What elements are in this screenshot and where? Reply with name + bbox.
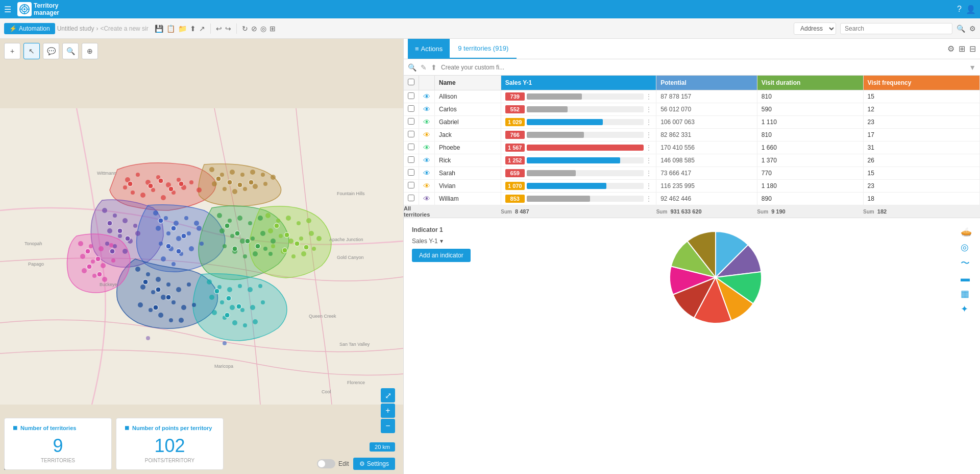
eye-icon-2[interactable]: 👁 xyxy=(423,118,430,126)
folder-icon[interactable]: 📁 xyxy=(178,25,187,33)
eye-icon-8[interactable]: 👁 xyxy=(423,195,430,203)
svg-point-71 xyxy=(140,285,145,290)
eye-icon-6[interactable]: 👁 xyxy=(423,169,430,177)
svg-point-153 xyxy=(109,243,113,247)
save-icon[interactable]: 💾 xyxy=(155,25,163,33)
row-check-7[interactable] xyxy=(408,182,414,188)
row-check-4[interactable] xyxy=(408,144,414,150)
hamburger-menu[interactable]: ☰ xyxy=(4,5,11,14)
main-content: + ↖ 💬 🔍 ⊕ xyxy=(0,39,980,474)
row-eye-5[interactable]: 👁 xyxy=(419,154,435,167)
comment-tool-button[interactable]: 💬 xyxy=(43,43,59,59)
row-check-2[interactable] xyxy=(408,118,414,125)
footer-visit-freq: Sum 182 xyxy=(863,205,979,218)
eye-icon-3[interactable]: 👁 xyxy=(423,131,430,139)
user-icon[interactable]: 👤 xyxy=(966,5,976,14)
svg-text:Queen Creek: Queen Creek xyxy=(309,314,336,319)
svg-point-33 xyxy=(118,234,122,238)
bar-actions-1[interactable]: ⋮ xyxy=(646,106,652,113)
filter-dropdown-icon[interactable]: ▼ xyxy=(969,63,976,72)
row-visit-freq-6: 15 xyxy=(863,167,979,180)
redo-icon[interactable]: ↪ xyxy=(225,25,231,33)
row-eye-2[interactable]: 👁 xyxy=(419,116,435,129)
export-icon[interactable]: ↗ xyxy=(199,25,205,33)
grid-icon[interactable]: ⊞ xyxy=(270,25,276,33)
actions-button[interactable]: ≡ Actions xyxy=(408,39,450,59)
star-chart-icon[interactable]: ✦ xyxy=(961,303,972,315)
territories-tab[interactable]: 9 territories (919) xyxy=(450,39,517,59)
panel-grid-icon[interactable]: ⊞ xyxy=(959,44,965,54)
bar-chart-icon[interactable]: ▦ xyxy=(961,288,972,299)
zoom-out-button[interactable]: − xyxy=(381,419,395,433)
settings-button[interactable]: ⚙ Settings xyxy=(353,458,395,470)
address-dropdown[interactable]: Address xyxy=(794,22,836,35)
row-eye-1[interactable]: 👁 xyxy=(419,103,435,116)
donut-chart-icon[interactable]: ◎ xyxy=(961,242,972,253)
row-eye-7[interactable]: 👁 xyxy=(419,180,435,193)
simulation-name[interactable]: <Create a new sir xyxy=(100,25,148,32)
bar-actions-2[interactable]: ⋮ xyxy=(646,118,652,126)
bar-actions-3[interactable]: ⋮ xyxy=(646,131,652,138)
row-eye-0[interactable]: 👁 xyxy=(419,90,435,103)
eye-icon-1[interactable]: 👁 xyxy=(423,105,430,113)
eye-icon-4[interactable]: 👁 xyxy=(423,144,430,152)
panel-columns-icon[interactable]: ⊟ xyxy=(969,44,976,54)
help-icon[interactable]: ? xyxy=(957,5,962,14)
bar-actions-5[interactable]: ⋮ xyxy=(646,157,652,164)
pie-chart-icon[interactable]: 🥧 xyxy=(961,226,972,238)
layers-tool-button[interactable]: ⊕ xyxy=(82,43,98,59)
zoom-in-button[interactable]: + xyxy=(381,404,395,418)
zoom-tool-button[interactable]: 🔍 xyxy=(62,43,79,59)
row-check-8[interactable] xyxy=(408,195,414,201)
toolbar-settings-icon[interactable]: ⚙ xyxy=(969,25,976,33)
panel-settings-icon[interactable]: ⚙ xyxy=(947,44,954,54)
svg-point-29 xyxy=(113,214,117,218)
undo-icon[interactable]: ↩ xyxy=(216,25,222,33)
svg-point-92 xyxy=(230,234,234,238)
bar-actions-8[interactable]: ⋮ xyxy=(646,195,652,202)
row-check-6[interactable] xyxy=(408,169,414,176)
row-eye-4[interactable]: 👁 xyxy=(419,141,435,154)
filter-share-icon[interactable]: ⬆ xyxy=(431,63,437,72)
bar-actions-4[interactable]: ⋮ xyxy=(646,144,652,151)
sum-label-1: Sum xyxy=(501,209,512,215)
stop-icon[interactable]: ⊘ xyxy=(251,25,257,33)
row-check-5[interactable] xyxy=(408,156,414,163)
line-chart-icon[interactable]: 〜 xyxy=(961,257,972,269)
svg-point-164 xyxy=(97,272,102,277)
edit-toggle-switch[interactable] xyxy=(317,459,335,468)
select-tool-button[interactable]: ↖ xyxy=(23,43,40,59)
indicator-dropdown[interactable]: Sales Y-1 ▾ xyxy=(412,238,471,245)
bar-actions-7[interactable]: ⋮ xyxy=(646,182,652,189)
share-icon[interactable]: ⬆ xyxy=(190,25,196,33)
row-eye-8[interactable]: 👁 xyxy=(419,193,435,205)
add-tool-button[interactable]: + xyxy=(4,43,20,59)
svg-point-126 xyxy=(295,241,300,246)
area-chart-icon[interactable]: ▬ xyxy=(961,273,972,284)
row-check-3[interactable] xyxy=(408,131,414,137)
filter-input[interactable] xyxy=(441,64,965,71)
add-indicator-button[interactable]: Add an indicator xyxy=(412,249,471,262)
study-name[interactable]: Untitled study xyxy=(57,25,94,32)
automation-button[interactable]: ⚡ Automation xyxy=(4,23,55,34)
filter-edit-icon[interactable]: ✎ xyxy=(421,63,427,72)
filter-search-icon[interactable]: 🔍 xyxy=(408,63,416,72)
eye-icon-5[interactable]: 👁 xyxy=(423,156,430,164)
bar-actions-6[interactable]: ⋮ xyxy=(646,170,652,177)
row-eye-6[interactable]: 👁 xyxy=(419,167,435,180)
map-svg[interactable]: Wittmann Tonopah Papago Buckeye Fountain… xyxy=(0,39,403,474)
data-table-container[interactable]: Name Sales Y-1 Potential Visit duration … xyxy=(404,76,980,218)
row-eye-3[interactable]: 👁 xyxy=(419,129,435,141)
row-check-0[interactable] xyxy=(408,92,414,99)
expand-button[interactable]: ⤢ xyxy=(381,388,395,402)
eye-icon-7[interactable]: 👁 xyxy=(423,182,430,190)
refresh-icon[interactable]: ↻ xyxy=(242,25,248,33)
target-icon[interactable]: ◎ xyxy=(260,25,266,33)
save-alt-icon[interactable]: 📋 xyxy=(166,25,175,33)
eye-icon-0[interactable]: 👁 xyxy=(423,92,430,101)
search-icon[interactable]: 🔍 xyxy=(957,25,965,33)
bar-actions-0[interactable]: ⋮ xyxy=(646,93,652,100)
select-all-checkbox[interactable] xyxy=(408,79,414,85)
search-input[interactable] xyxy=(840,23,952,34)
row-check-1[interactable] xyxy=(408,105,414,112)
